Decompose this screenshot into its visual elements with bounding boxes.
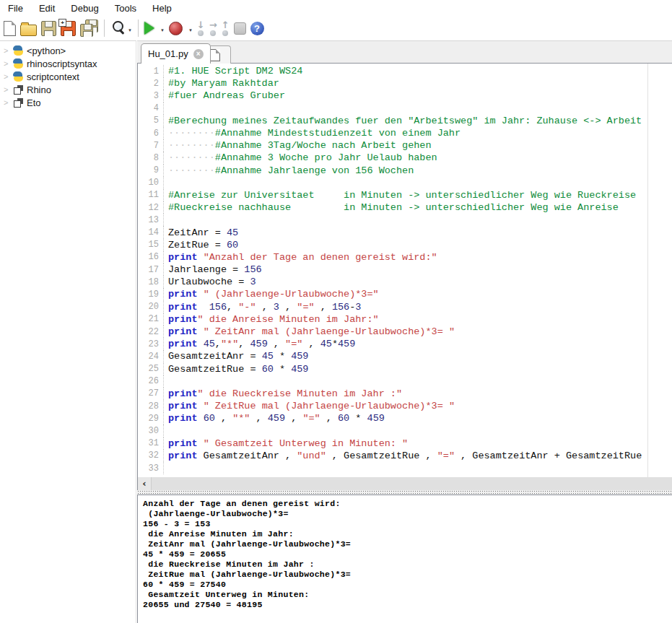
chevron-right-icon[interactable]	[4, 60, 12, 68]
output-line: 20655 und 27540 = 48195	[143, 600, 672, 610]
menu-debug[interactable]: Debug	[63, 1, 106, 15]
code-editor[interactable]: 1#1. HUE Script DM2 WS242#by Maryam Rakh…	[137, 64, 672, 477]
python-icon	[12, 58, 24, 69]
code-line[interactable]: 28print " ZeitRue mal (Jahrlaenge-Urlaub…	[138, 400, 672, 412]
sidebar-item-eto[interactable]: Eto	[0, 96, 136, 109]
plus-badge-icon	[58, 19, 66, 27]
scrollbar-thumb[interactable]	[151, 477, 672, 490]
code-text: Urlaubwoche = 3	[164, 276, 256, 287]
line-number: 29	[138, 412, 164, 424]
close-tab-icon[interactable]	[193, 49, 204, 59]
code-text: #1. HUE Script DM2 WS24	[164, 66, 302, 77]
code-text: ········#Annahme 3 Woche pro Jahr Uelaub…	[164, 152, 437, 163]
menu-edit[interactable]: Edit	[31, 1, 63, 15]
help-icon	[250, 22, 264, 35]
line-number: 14	[138, 226, 164, 238]
line-number: 9	[138, 165, 164, 177]
save-button[interactable]	[39, 18, 58, 38]
output-panel[interactable]: Anzahl der Tage an denen gereist wird: (…	[137, 495, 672, 623]
code-line[interactable]: 14ZeitAnr = 45	[138, 226, 672, 238]
search-dropdown-icon[interactable]	[128, 22, 132, 35]
line-number: 20	[138, 301, 164, 313]
open-file-button[interactable]	[18, 18, 39, 38]
code-line[interactable]: 2#by Maryam Rakhtdar	[138, 77, 672, 90]
new-file-button[interactable]	[1, 18, 18, 38]
output-line: 156 - 3 = 153	[143, 519, 672, 529]
menu-file[interactable]: File	[0, 1, 31, 15]
code-line[interactable]: 25GesamtzeitRue = 60 * 459	[138, 363, 672, 375]
code-line[interactable]: 30	[138, 424, 672, 437]
line-number: 10	[138, 177, 164, 189]
code-line[interactable]: 21print" die Anreise Minuten im Jahr:"	[138, 313, 672, 326]
code-line[interactable]: 22print " ZeitAnr mal (Jahrlaenge-Urlaub…	[138, 326, 672, 338]
save-all-button[interactable]	[78, 18, 100, 38]
code-line[interactable]: 27print" die Rueckreise Minuten im Jahr …	[138, 388, 672, 400]
help-button[interactable]	[248, 18, 266, 38]
sidebar-item-label: <python>	[27, 45, 66, 56]
code-line[interactable]: 3#fuer Andreas Gruber	[138, 90, 672, 102]
code-line[interactable]: 13	[138, 214, 672, 226]
debug-options-button[interactable]	[185, 18, 195, 38]
line-number: 24	[138, 350, 164, 362]
code-text: print GesamtzeitAnr , "und" , Gesamtzeit…	[164, 450, 642, 461]
code-line[interactable]: 15ZeitRue = 60	[138, 239, 672, 251]
search-button[interactable]	[108, 18, 134, 38]
code-line[interactable]: 8········#Annahme 3 Woche pro Jahr Uelau…	[138, 152, 672, 164]
sidebar-item-label: Rhino	[27, 84, 51, 95]
code-line[interactable]: 29print 60 , "*" , 459 , "=" , 60 * 459	[138, 412, 672, 424]
sidebar-item-python[interactable]: <python>	[0, 44, 136, 57]
tab-hu-01-py[interactable]: Hu_01.py	[141, 43, 211, 64]
line-number: 33	[138, 462, 164, 474]
chevron-right-icon[interactable]	[4, 86, 12, 94]
chevron-right-icon[interactable]	[4, 73, 12, 81]
tab-label: Hu_01.py	[148, 48, 188, 59]
code-line[interactable]: 18Urlaubwoche = 3	[138, 276, 672, 288]
code-line[interactable]: 32print GesamtzeitAnr , "und" , Gesamtze…	[138, 450, 672, 462]
line-number: 7	[138, 139, 164, 152]
code-line[interactable]: 26	[138, 375, 672, 388]
line-number: 11	[138, 189, 164, 201]
step-into-button	[195, 18, 207, 38]
code-text: print " ZeitRue mal (Jahrlaenge-Urlaubwo…	[164, 401, 455, 411]
menu-tools[interactable]: Tools	[107, 1, 144, 15]
line-number: 18	[138, 276, 164, 288]
toolbar-separator	[104, 19, 105, 37]
code-line[interactable]: 33	[138, 462, 672, 474]
code-line[interactable]: 10	[138, 177, 672, 189]
save-as-button[interactable]	[58, 18, 78, 38]
code-line[interactable]: 1#1. HUE Script DM2 WS24	[138, 65, 672, 77]
code-line[interactable]: 16print "Anzahl der Tage an denen gereis…	[138, 251, 672, 263]
code-line[interactable]: 20print 156, "-" , 3 , "=" , 156-3	[138, 301, 672, 313]
line-number: 5	[138, 115, 164, 127]
code-line[interactable]: 5#Berechung meines Zeitaufwandes fuer de…	[138, 115, 672, 127]
code-line[interactable]: 6········#Annahme Mindeststudienzeit von…	[138, 127, 672, 139]
output-line: Gesamtzeit Unterweg in Minuten:	[143, 590, 672, 600]
chevron-right-icon[interactable]	[4, 47, 12, 55]
line-number: 21	[138, 313, 164, 326]
stop-button	[232, 18, 248, 38]
code-line[interactable]: 24GesamtzeitAnr = 45 * 459	[138, 350, 672, 362]
open-folder-icon	[20, 25, 37, 36]
sidebar-item-scriptcontext[interactable]: scriptcontext	[0, 70, 136, 83]
code-line[interactable]: 17Jahrlaenge = 156	[138, 263, 672, 276]
code-text: print " Gesamtzeit Unterweg in Minuten: …	[164, 438, 408, 449]
code-line[interactable]: 19print " (Jahrlaenge-Urlaubwoche)*3="	[138, 288, 672, 300]
scroll-left-icon[interactable]	[138, 477, 151, 490]
sidebar-item-rhino[interactable]: Rhino	[0, 83, 136, 96]
code-line[interactable]: 23print 45,"*", 459 , "=" , 45*459	[138, 338, 672, 350]
debug-button[interactable]	[167, 18, 185, 38]
code-line[interactable]: 11#Anreise zur Universitaet in Minuten -…	[138, 189, 672, 201]
chevron-right-icon[interactable]	[4, 99, 12, 107]
code-line[interactable]: 12#Rueckreise nachhause in Minuten -> un…	[138, 201, 672, 214]
code-line[interactable]: 31print " Gesamtzeit Unterweg in Minuten…	[138, 437, 672, 450]
run-button[interactable]	[142, 18, 157, 38]
line-number: 23	[138, 338, 164, 350]
sidebar-item-rhinoscriptsyntax[interactable]: rhinoscriptsyntax	[0, 57, 136, 70]
search-icon	[110, 20, 126, 36]
horizontal-scrollbar[interactable]	[137, 477, 672, 490]
code-line[interactable]: 4	[138, 103, 672, 115]
menu-help[interactable]: Help	[144, 1, 180, 15]
code-line[interactable]: 9········#Annahme Jahrlaenge von 156 Woc…	[138, 165, 672, 177]
run-options-button[interactable]	[157, 18, 167, 38]
code-line[interactable]: 7········#Annahme 3Tag/Woche nach Arbeit…	[138, 139, 672, 152]
